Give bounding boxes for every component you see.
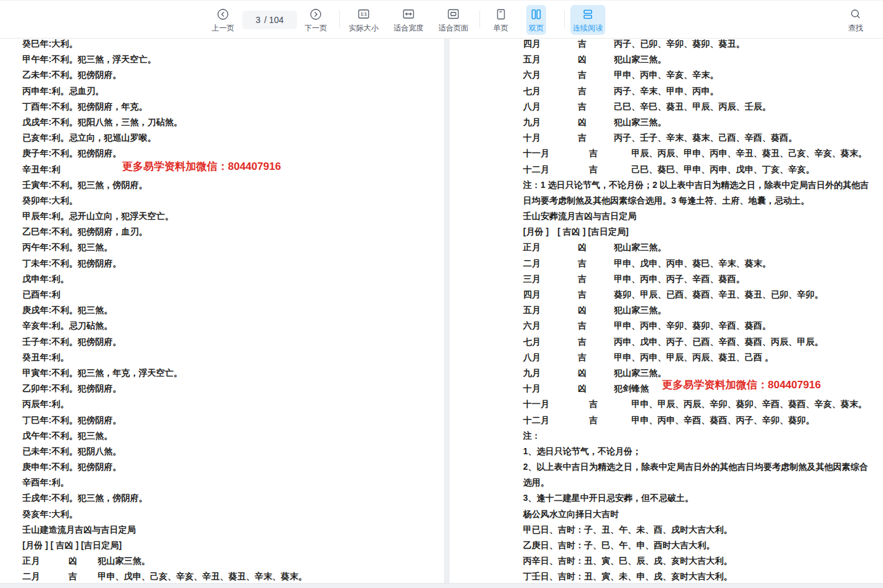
times-title: 杨公风水立向择日大吉时 [523, 506, 872, 522]
year-line: 甲寅年:不利。犯三煞，年克，浮天空亡。 [22, 365, 433, 381]
month-cell: 九月 [523, 114, 578, 130]
year-line: 丁未年:不利。犯傍阴府。 [22, 256, 433, 271]
luck-cell: 吉 [578, 271, 597, 287]
days-cell: 丙子、辛末、甲申、丙申。 [614, 83, 719, 99]
year-line: 戊申年:利。 [22, 271, 433, 287]
month-row: 十一月 吉 甲辰、丙辰、甲申、丙申、辛丑、葵丑、己亥、辛亥、葵末。 [523, 146, 872, 161]
year-line: 已酉年:利 [22, 287, 433, 302]
luck-cell: 吉 [578, 130, 597, 146]
luck-cell: 吉 [578, 287, 597, 302]
month-row: 七月 吉 丙申、戊申、丙子、已酉、辛酉、葵酉、丙辰、甲辰。 [523, 334, 872, 350]
year-line: 甲辰年:利。忌开山立向，犯浮天空亡。 [22, 208, 433, 224]
prev-page-label: 上一页 [212, 23, 234, 34]
year-line: 丙申年:利。忌血刃。 [22, 83, 433, 99]
double-page-icon [530, 7, 542, 22]
luck-cell: 凶 [578, 114, 597, 130]
single-page-button[interactable]: 单页 [491, 5, 511, 35]
month-cell: 六月 [523, 67, 578, 83]
days-cell: 甲申、甲辰、丙辰、辛卯、葵卯、辛酉、葵酉、辛亥、葵末。 [631, 396, 867, 412]
month-cell: 七月 [523, 83, 578, 99]
month-row: 六月 吉 甲申、丙申、辛亥、辛末。 [523, 67, 872, 83]
year-line: 乙卯年:不利。犯傍阴府。 [22, 381, 433, 396]
viewer-toolbar: 上一页 3 / 104 下一页 1:1 实际大小 适合宽度 适合页面 单页 [0, 0, 883, 39]
days-cell: 犯山家三煞。 [614, 52, 666, 67]
year-line: 乙巳年:不利。犯傍阴府，血刃。 [22, 224, 433, 240]
document-page-right: 四月 吉 丙子、已卯、辛卯、葵卯、葵丑。 五月 凶 犯山家三煞。 六月 吉 甲申… [450, 37, 883, 583]
continuous-read-icon [582, 7, 594, 22]
month-row: 二月 吉 甲申、戊申、己亥、辛亥、辛丑、葵丑、辛末、葵末。 [22, 569, 433, 584]
month-cell: 十二月 [523, 413, 578, 428]
page-gap [444, 37, 450, 583]
month-row: 九月 凶 犯山家三煞。 [523, 114, 872, 130]
days-cell: 己巳、辛巳、葵丑、甲辰、丙辰、壬辰。 [614, 99, 771, 114]
year-line: 丁酉年:不利。犯傍阴府，年克。 [22, 99, 433, 114]
year-line: 癸亥年:大利。 [22, 506, 433, 522]
days-cell: 己巳、葵巳、甲申、丙申、戊申、丁亥、辛亥。 [631, 162, 815, 177]
luck-cell: 凶 [68, 553, 98, 569]
luck-cell: 凶 [578, 52, 597, 67]
next-page-button[interactable]: 下一页 [302, 5, 329, 35]
luck-cell: 凶 [578, 381, 597, 396]
month-cell: 三月 [523, 271, 578, 287]
month-row: 八月 吉 己巳、辛巳、葵丑、甲辰、丙辰、壬辰。 [523, 99, 872, 114]
days-cell: 甲申、丙申、丙子、辛酉、葵酉。 [614, 271, 745, 287]
luck-cell: 吉 [578, 83, 597, 99]
days-cell: 犯山家三煞。 [614, 114, 666, 130]
luck-cell: 吉 [589, 413, 608, 428]
page-current: 3 [256, 15, 261, 25]
month-row: 十二月 吉 甲申、丙申、辛酉、葵酉、丙子、辛卯、葵卯。 [523, 413, 872, 428]
note-line: 1、选日只论节气，不论月份； [523, 444, 872, 459]
year-line: 庚戌年:不利。犯三煞。 [22, 302, 433, 318]
month-cell: 九月 [523, 365, 578, 381]
time-line: 丙辛日、吉时：丑、寅、巳、辰、戌、亥时大吉大利。 [523, 553, 872, 569]
days-cell: 甲申、丙申、辛卯、葵卯、辛酉、葵酉。 [614, 318, 771, 334]
note-line: 选用。 [523, 475, 872, 490]
year-lines-list: 癸巳年:大利。甲午年:不利。犯三煞，浮天空亡。乙未年:不利。犯傍阴府。丙申年:利… [22, 36, 433, 522]
month-cell: 十一月 [523, 146, 578, 161]
fit-page-button[interactable]: 适合页面 [436, 5, 471, 35]
month-row: 七月 吉 丙子、辛末、甲申、丙申。 [523, 83, 872, 99]
luck-cell: 凶 [578, 365, 597, 381]
fit-page-icon [446, 7, 460, 22]
month-cell: 四月 [523, 287, 578, 302]
burial-notes: 注：1、选日只论节气，不论月份；2、以上表中吉日为精选之日，除表中定局吉日外的其… [523, 428, 872, 506]
month-row: 三月 吉 甲申、丙申、丙子、辛酉、葵酉。 [523, 271, 872, 287]
continuous-read-button[interactable]: 连续阅读 [570, 5, 605, 35]
days-cell: 甲申、丙申、辛亥、辛末。 [614, 67, 719, 83]
prev-page-button[interactable]: 上一页 [209, 5, 237, 35]
double-page-label: 双页 [529, 23, 544, 34]
luck-cell: 吉 [578, 99, 597, 114]
build-table-title: 壬山建造流月吉凶与吉日定局 [22, 522, 433, 538]
month-row: 五月 凶 犯山家三煞。 [523, 52, 872, 67]
luck-cell: 吉 [68, 569, 98, 584]
year-line: 癸卯年:大利。 [22, 193, 433, 208]
search-icon [849, 7, 862, 22]
month-row: 五月 凶 犯山家三煞。 [523, 302, 872, 318]
build-table-rows-left: 正月 凶 犯山家三煞。 二月 吉 甲申、戊申、己亥、辛亥、辛丑、葵丑、辛末、葵末… [22, 553, 433, 584]
month-cell: 五月 [523, 302, 578, 318]
luck-cell: 吉 [578, 334, 597, 350]
fit-width-button[interactable]: 适合宽度 [391, 5, 426, 35]
page-number-input[interactable]: 3 / 104 [242, 11, 297, 29]
month-row: 六月 吉 甲申、丙申、辛卯、葵卯、辛酉、葵酉。 [523, 318, 872, 334]
year-line: 乙未年:不利。犯傍阴府。 [22, 67, 433, 83]
time-line: 甲已日、吉时：子、丑、午、未、酉、戌时大吉大利。 [523, 522, 872, 538]
double-page-button[interactable]: 双页 [526, 5, 546, 35]
actual-size-button[interactable]: 1:1 实际大小 [346, 5, 381, 35]
find-button[interactable]: 查找 [846, 5, 866, 35]
note-line: 2、以上表中吉日为精选之日，除表中定局吉日外的其他吉日均要考虑制煞及其他因素综合 [523, 459, 872, 475]
build-table-rows-right: 四月 吉 丙子、已卯、辛卯、葵卯、葵丑。 五月 凶 犯山家三煞。 六月 吉 甲申… [523, 36, 872, 177]
year-line: 甲午年:不利。犯三煞，浮天空亡。 [22, 52, 433, 67]
days-cell: 甲申、丙申、甲辰、丙辰、葵丑、己酉 。 [614, 350, 773, 365]
toolbar-separator [479, 11, 480, 28]
month-row: 正月 凶 犯山家三煞。 [523, 240, 872, 255]
year-line: 丙午年:不利。犯三煞。 [22, 240, 433, 255]
toolbar-separator [339, 11, 340, 28]
month-cell: 五月 [523, 52, 578, 67]
month-cell: 正月 [22, 553, 68, 569]
note-line: 注：1 选日只论节气，不论月份；2 以上表中吉日为精选之日，除表中定局吉日外的其… [523, 177, 872, 193]
continuous-read-label: 连续阅读 [573, 23, 603, 34]
luck-cell: 吉 [578, 67, 597, 83]
days-cell: 犯山家三煞。 [98, 553, 150, 569]
month-row: 正月 凶 犯山家三煞。 [22, 553, 433, 569]
